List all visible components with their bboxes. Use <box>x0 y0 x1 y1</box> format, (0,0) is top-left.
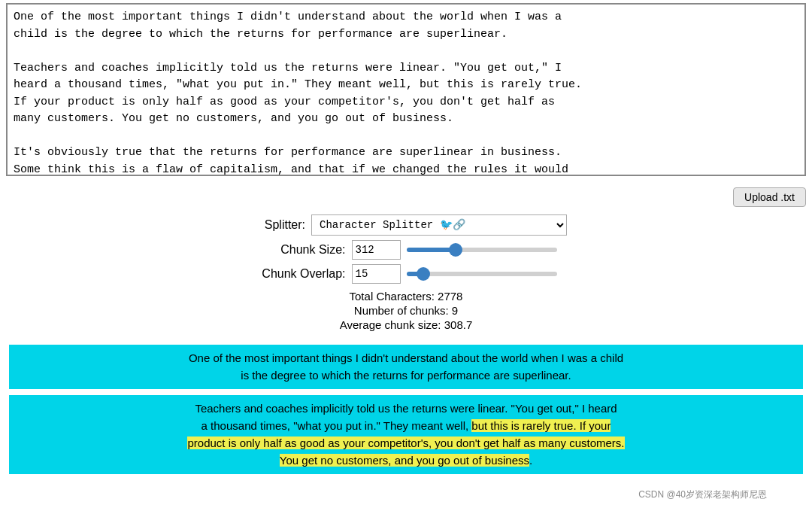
chunk-size-slider-container <box>407 248 557 252</box>
stats-section: Total Characters: 2778 Number of chunks:… <box>0 287 812 339</box>
chunk-overlap-input[interactable] <box>352 264 401 284</box>
watermark: CSDN @40岁资深老架构师尼恩 <box>638 489 767 500</box>
chunk-overlap-slider-container <box>407 272 557 276</box>
overlap-highlight: but this is rarely true. If your product… <box>187 419 624 467</box>
chunk-size-input[interactable] <box>352 240 401 260</box>
chunk-2: Teachers and coaches implicitly told us … <box>9 395 803 474</box>
main-container: Upload .txt Splitter: Character Splitter… <box>0 0 812 508</box>
chunk-overlap-row: Chunk Overlap: <box>256 264 557 284</box>
chunks-section: One of the most important things I didn'… <box>0 339 812 486</box>
splitter-row: Splitter: Character Splitter 🐦🔗 Token Sp… <box>245 214 567 236</box>
controls-section: Splitter: Character Splitter 🐦🔗 Token Sp… <box>0 208 812 287</box>
splitter-label: Splitter: <box>245 218 305 232</box>
upload-button[interactable]: Upload .txt <box>733 187 806 207</box>
num-chunks-stat: Number of chunks: 9 <box>354 304 458 317</box>
chunk-overlap-slider[interactable] <box>407 272 557 276</box>
avg-chunk-stat: Average chunk size: 308.7 <box>340 318 473 331</box>
chunk-1: One of the most important things I didn'… <box>9 345 803 389</box>
upload-row: Upload .txt <box>0 183 812 208</box>
chunk-size-row: Chunk Size: <box>256 240 557 260</box>
chunk-size-label: Chunk Size: <box>256 243 346 257</box>
chunk-overlap-label: Chunk Overlap: <box>256 267 346 281</box>
chunk-size-slider[interactable] <box>407 248 557 252</box>
text-input[interactable] <box>6 3 806 176</box>
textarea-section <box>0 0 812 183</box>
splitter-select[interactable]: Character Splitter 🐦🔗 Token Splitter Sen… <box>311 214 567 236</box>
total-characters-stat: Total Characters: 2778 <box>350 290 463 303</box>
